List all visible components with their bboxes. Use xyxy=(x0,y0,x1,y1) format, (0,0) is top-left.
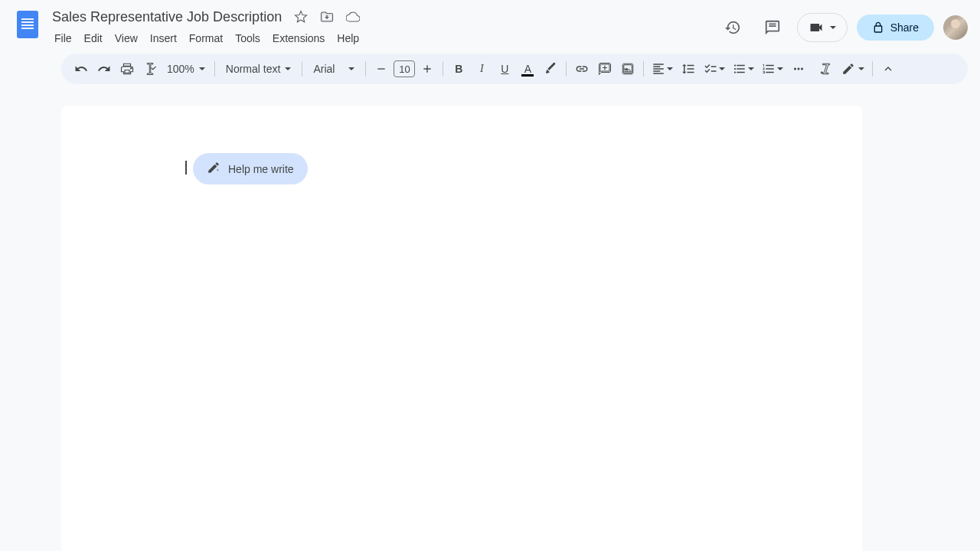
style-value: Normal text xyxy=(226,63,281,75)
insert-image-button[interactable] xyxy=(617,58,639,80)
menu-help[interactable]: Help xyxy=(332,29,364,47)
more-options-button[interactable] xyxy=(788,58,809,80)
separator xyxy=(872,61,873,77)
share-label: Share xyxy=(890,21,919,34)
chevron-down-icon xyxy=(748,67,754,70)
chevron-down-icon xyxy=(667,67,673,70)
separator xyxy=(302,61,302,77)
insert-link-button[interactable] xyxy=(571,58,593,80)
lock-icon xyxy=(872,21,884,34)
add-comment-button[interactable] xyxy=(594,58,616,80)
chevron-down-icon xyxy=(719,67,725,70)
underline-button[interactable]: U xyxy=(494,58,515,80)
chevron-down-icon xyxy=(830,26,836,29)
magic-pencil-icon xyxy=(207,161,220,177)
zoom-value: 100% xyxy=(167,63,194,75)
font-size-input[interactable] xyxy=(394,60,415,77)
help-me-write-button[interactable]: Help me write xyxy=(193,153,308,184)
title-row: Sales Representative Job Description xyxy=(49,6,364,28)
checklist-button[interactable] xyxy=(701,58,728,80)
menu-format[interactable]: Format xyxy=(184,29,228,47)
menu-bar: File Edit View Insert Format Tools Exten… xyxy=(49,29,364,47)
separator xyxy=(643,61,644,77)
separator xyxy=(566,61,567,77)
meet-button[interactable] xyxy=(797,13,848,42)
chevron-down-icon xyxy=(777,67,783,70)
menu-insert[interactable]: Insert xyxy=(145,29,182,47)
chevron-down-icon xyxy=(858,67,864,70)
document-page[interactable]: Help me write xyxy=(61,106,862,551)
editing-mode-button[interactable] xyxy=(838,58,867,80)
redo-button[interactable] xyxy=(93,58,115,80)
menu-extensions[interactable]: Extensions xyxy=(267,29,330,47)
menu-view[interactable]: View xyxy=(109,29,143,47)
numbered-list-button[interactable] xyxy=(759,58,786,80)
title-section: Sales Representative Job Description Fil… xyxy=(49,6,364,47)
separator xyxy=(443,61,443,77)
chevron-down-icon xyxy=(348,67,354,70)
font-size-decrease-button[interactable] xyxy=(371,58,392,80)
font-select[interactable]: Arial xyxy=(307,60,361,78)
chevron-down-icon xyxy=(199,67,205,70)
italic-button[interactable]: I xyxy=(471,58,492,80)
toolbar: 100% Normal text Arial B I U A xyxy=(61,54,968,84)
chevron-down-icon xyxy=(285,67,291,70)
bold-button[interactable]: B xyxy=(448,58,469,80)
print-button[interactable] xyxy=(116,58,138,80)
font-value: Arial xyxy=(313,63,335,75)
highlight-color-button[interactable] xyxy=(540,58,561,80)
video-icon xyxy=(808,20,824,35)
align-button[interactable] xyxy=(648,58,676,80)
share-button[interactable]: Share xyxy=(857,15,934,41)
bullet-list-button[interactable] xyxy=(730,58,757,80)
header-right: Share xyxy=(717,12,968,43)
text-color-button[interactable]: A xyxy=(517,58,538,80)
zoom-select[interactable]: 100% xyxy=(162,60,210,78)
clear-formatting-button[interactable] xyxy=(815,58,837,80)
separator xyxy=(214,61,215,77)
document-title[interactable]: Sales Representative Job Description xyxy=(49,8,285,27)
document-area: Help me write xyxy=(12,93,980,551)
header-left: Sales Representative Job Description Fil… xyxy=(12,6,364,47)
header: Sales Representative Job Description Fil… xyxy=(0,0,980,47)
user-avatar[interactable] xyxy=(943,15,968,40)
text-cursor xyxy=(185,161,187,174)
menu-edit[interactable]: Edit xyxy=(79,29,108,47)
comments-icon[interactable] xyxy=(757,12,788,43)
menu-file[interactable]: File xyxy=(49,29,77,47)
docs-logo[interactable] xyxy=(12,9,43,40)
collapse-toolbar-button[interactable] xyxy=(877,58,899,80)
move-icon[interactable] xyxy=(317,7,337,27)
separator xyxy=(365,61,366,77)
cloud-status-icon[interactable] xyxy=(343,7,363,27)
spellcheck-button[interactable] xyxy=(139,58,161,80)
font-size-increase-button[interactable] xyxy=(416,58,438,80)
text-style-select[interactable]: Normal text xyxy=(220,60,298,78)
undo-button[interactable] xyxy=(70,58,92,80)
line-spacing-button[interactable] xyxy=(678,58,699,80)
star-icon[interactable] xyxy=(291,7,311,27)
menu-tools[interactable]: Tools xyxy=(230,29,266,47)
help-me-write-label: Help me write xyxy=(228,163,294,175)
history-icon[interactable] xyxy=(717,12,748,43)
